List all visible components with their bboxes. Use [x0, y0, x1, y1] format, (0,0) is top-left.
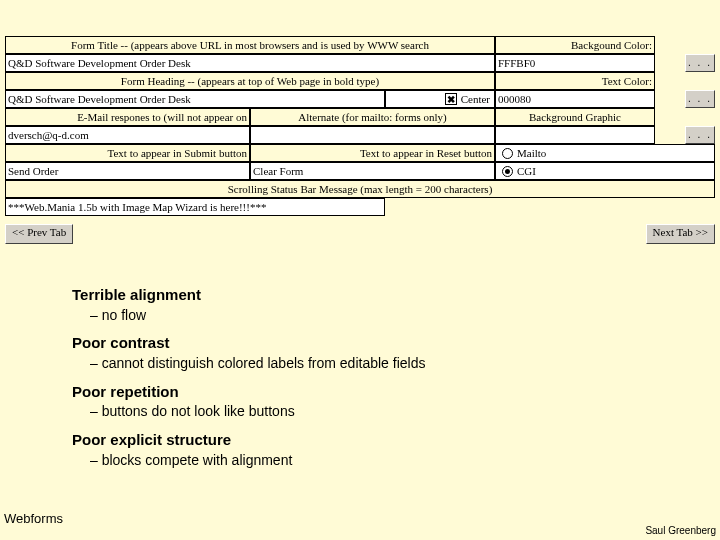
- center-checkbox-wrap[interactable]: ✖ Center: [385, 90, 495, 108]
- alternate-field[interactable]: [250, 126, 495, 144]
- form-panel: Form Title -- (appears above URL in most…: [5, 36, 715, 244]
- form-title-label: Form Title -- (appears above URL in most…: [5, 36, 495, 54]
- form-heading-field[interactable]: Q&D Software Development Order Desk: [5, 90, 385, 108]
- text-color-label: Text Color:: [495, 72, 655, 90]
- critique-heading-2: Poor contrast: [72, 334, 425, 353]
- prev-tab-button[interactable]: << Prev Tab: [5, 224, 73, 244]
- submit-text-field[interactable]: Send Order: [5, 162, 250, 180]
- critique-heading-3: Poor repetition: [72, 383, 425, 402]
- bg-color-field[interactable]: FFFBF0: [495, 54, 655, 72]
- bg-color-picker-button[interactable]: . . .: [685, 54, 715, 72]
- critique-heading-1: Terrible alignment: [72, 286, 425, 305]
- cgi-radio[interactable]: CGI: [495, 162, 715, 180]
- critique-heading-4: Poor explicit structure: [72, 431, 425, 450]
- bg-graphic-picker-button[interactable]: . . .: [685, 126, 715, 144]
- scroll-field[interactable]: ***Web.Mania 1.5b with Image Map Wizard …: [5, 198, 385, 216]
- form-heading-label: Form Heading -- (appears at top of Web p…: [5, 72, 495, 90]
- critique-sub-1: – no flow: [90, 307, 425, 325]
- critique-sub-2: – cannot distinguish colored labels from…: [90, 355, 425, 373]
- footer-left: Webforms: [4, 511, 63, 526]
- reset-text-field[interactable]: Clear Form: [250, 162, 495, 180]
- bg-graphic-label: Background Graphic: [495, 108, 655, 126]
- mailto-radio-label: Mailto: [517, 147, 546, 159]
- center-checkbox-label: Center: [461, 93, 490, 105]
- bg-color-label: Backgound Color:: [495, 36, 655, 54]
- submit-text-label: Text to appear in Submit button: [5, 144, 250, 162]
- email-label: E-Mail respones to (will not appear on: [5, 108, 250, 126]
- reset-text-label: Text to appear in Reset button: [250, 144, 495, 162]
- checkbox-icon: ✖: [445, 93, 457, 105]
- footer-right: Saul Greenberg: [645, 525, 716, 536]
- bg-graphic-field[interactable]: [495, 126, 655, 144]
- cgi-radio-label: CGI: [517, 165, 536, 177]
- form-title-field[interactable]: Q&D Software Development Order Desk: [5, 54, 495, 72]
- critique-sub-4: – blocks compete with alignment: [90, 452, 425, 470]
- radio-icon: [502, 148, 513, 159]
- scroll-label: Scrolling Status Bar Message (max length…: [5, 180, 715, 198]
- text-color-picker-button[interactable]: . . .: [685, 90, 715, 108]
- radio-icon: [502, 166, 513, 177]
- critique-sub-3: – buttons do not look like buttons: [90, 403, 425, 421]
- text-color-field[interactable]: 000080: [495, 90, 655, 108]
- next-tab-button[interactable]: Next Tab >>: [646, 224, 715, 244]
- critique-list: Terrible alignment – no flow Poor contra…: [72, 276, 425, 469]
- email-field[interactable]: dversch@q-d.com: [5, 126, 250, 144]
- mailto-radio[interactable]: Mailto: [495, 144, 715, 162]
- alternate-label: Alternate (for mailto: forms only): [250, 108, 495, 126]
